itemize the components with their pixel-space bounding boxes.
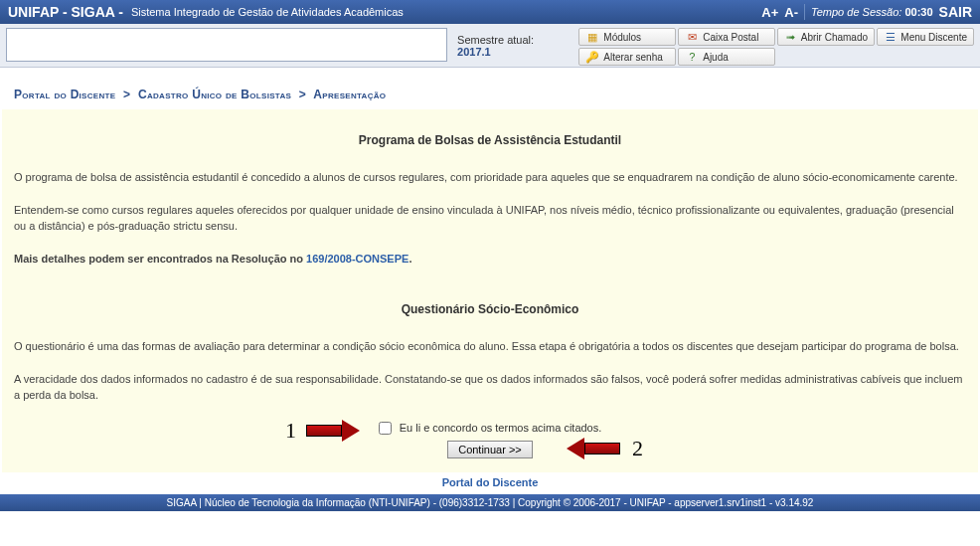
menu-grid: ▦ Módulos ✉ Caixa Postal ➟ Abrir Chamado… [578, 28, 974, 66]
session-timer: Tempo de Sessão: 00:30 [811, 6, 933, 18]
para3-suffix: . [408, 253, 411, 265]
breadcrumb-1[interactable]: Portal do Discente [14, 88, 115, 101]
font-increase-button[interactable]: A+ [761, 5, 778, 20]
semester-label: Semestre atual: [457, 34, 534, 46]
modules-button[interactable]: ▦ Módulos [578, 28, 676, 46]
breadcrumb: Portal do Discente > Cadastro Único de B… [0, 68, 980, 109]
agree-label: Eu li e concordo os termos acima citados… [400, 422, 602, 434]
section-title-2: Questionário Sócio-Econômico [14, 302, 966, 316]
mailbox-button[interactable]: ✉ Caixa Postal [678, 28, 775, 46]
change-password-button[interactable]: 🔑 Alterar senha [578, 48, 676, 66]
agree-checkbox[interactable] [379, 422, 392, 435]
paragraph-2: Entendem-se como cursos regulares aquele… [14, 202, 966, 235]
session-time: 00:30 [904, 6, 932, 18]
content-panel: Programa de Bolsas de Assistência Estuda… [2, 109, 978, 472]
top-bar: UNIFAP - SIGAA - Sistema Integrado de Ge… [0, 0, 980, 24]
ticket-label: Abrir Chamado [801, 32, 868, 43]
help-button[interactable]: ? Ajuda [678, 48, 775, 66]
section-title-1: Programa de Bolsas de Assistência Estuda… [14, 133, 966, 147]
student-menu-label: Menu Discente [900, 32, 967, 43]
portal-discente-link[interactable]: Portal do Discente [442, 476, 539, 488]
brand-subtitle: Sistema Integrado de Gestão de Atividade… [131, 6, 404, 18]
arrow-icon [306, 421, 362, 441]
portal-link-row: Portal do Discente [0, 472, 980, 494]
mailbox-icon: ✉ [685, 30, 699, 44]
divider [804, 4, 805, 20]
font-decrease-button[interactable]: A- [784, 5, 798, 20]
breadcrumb-separator: > [123, 88, 130, 101]
paragraph-4: O questionário é uma das formas de avali… [14, 338, 966, 355]
resolution-link[interactable]: 169/2008-CONSEPE [306, 253, 408, 265]
footer: SIGAA | Núcleo de Tecnologia da Informaç… [0, 494, 980, 511]
continue-row: Continuar >> 2 [14, 441, 966, 458]
semester-value: 2017.1 [457, 46, 491, 58]
open-ticket-button[interactable]: ➟ Abrir Chamado [777, 28, 875, 46]
agree-row: 1 Eu li e concordo os termos acima citad… [14, 422, 966, 435]
ticket-icon: ➟ [784, 30, 797, 44]
logout-button[interactable]: SAIR [939, 4, 972, 20]
para3-prefix: Mais detalhes podem ser encontrados na R… [14, 253, 306, 265]
semester-display: Semestre atual: 2017.1 [457, 34, 569, 58]
breadcrumb-3: Apresentação [313, 88, 386, 101]
annotation-number-2: 2 [632, 436, 643, 461]
breadcrumb-separator: > [299, 88, 306, 101]
key-icon: 🔑 [585, 50, 599, 64]
help-label: Ajuda [703, 52, 729, 63]
toolbar: Semestre atual: 2017.1 ▦ Módulos ✉ Caixa… [0, 24, 980, 68]
change-password-label: Alterar senha [603, 52, 662, 63]
user-info-box [6, 28, 447, 62]
brand-title: UNIFAP - SIGAA - [8, 4, 123, 20]
session-label: Tempo de Sessão: [811, 6, 901, 18]
breadcrumb-2[interactable]: Cadastro Único de Bolsistas [138, 88, 291, 101]
continue-button[interactable]: Continuar >> [447, 441, 533, 458]
arrow-icon [567, 439, 622, 458]
modules-label: Módulos [603, 32, 641, 43]
annotation-arrow-2: 2 [567, 436, 643, 461]
student-menu-icon: ☰ [884, 30, 897, 44]
paragraph-5: A veracidade dos dados informados no cad… [14, 371, 966, 404]
modules-icon: ▦ [585, 30, 599, 44]
paragraph-3: Mais detalhes podem ser encontrados na R… [14, 251, 966, 268]
student-menu-button[interactable]: ☰ Menu Discente [877, 28, 974, 46]
mailbox-label: Caixa Postal [703, 32, 758, 43]
help-icon: ? [685, 50, 699, 64]
paragraph-1: O programa de bolsa de assistência estud… [14, 169, 966, 186]
